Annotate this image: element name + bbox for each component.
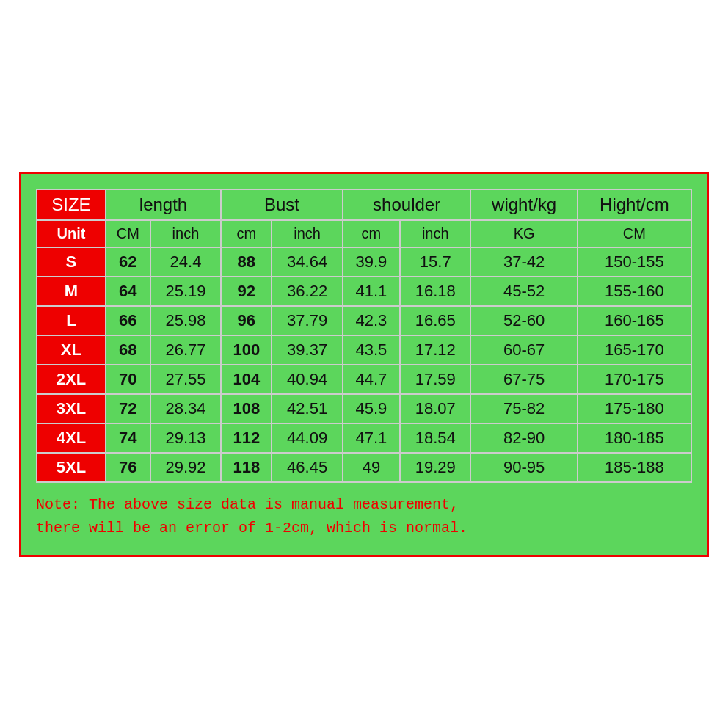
5xl-height: 185-188 — [578, 453, 691, 482]
unit-inch-bust: inch — [272, 220, 342, 247]
2xl-weight: 67-75 — [470, 365, 577, 394]
m-len-in: 25.19 — [150, 277, 221, 306]
xl-len-in: 26.77 — [150, 335, 221, 365]
length-header: length — [106, 189, 221, 220]
unit-kg: KG — [470, 220, 577, 247]
header-row: SIZE length Bust shoulder wight/kg Hight… — [37, 189, 691, 220]
table-row: S 62 24.4 88 34.64 39.9 15.7 37-42 150-1… — [37, 247, 691, 277]
3xl-bust-in: 42.51 — [272, 394, 342, 423]
size-chart-container: SIZE length Bust shoulder wight/kg Hight… — [19, 172, 709, 557]
note-line2: there will be an error of 1-2cm, which i… — [36, 520, 467, 536]
5xl-len-in: 29.92 — [150, 453, 221, 482]
unit-inch-sh: inch — [400, 220, 470, 247]
3xl-bust-cm: 108 — [221, 394, 272, 423]
xl-bust-in: 39.37 — [272, 335, 342, 365]
s-weight: 37-42 — [470, 247, 577, 277]
m-len-cm: 64 — [106, 277, 150, 306]
table-row: M 64 25.19 92 36.22 41.1 16.18 45-52 155… — [37, 277, 691, 306]
3xl-height: 175-180 — [578, 394, 691, 423]
3xl-weight: 75-82 — [470, 394, 577, 423]
xl-len-cm: 68 — [106, 335, 150, 365]
size-table: SIZE length Bust shoulder wight/kg Hight… — [36, 189, 692, 483]
unit-cm-sh: cm — [343, 220, 400, 247]
m-weight: 45-52 — [470, 277, 577, 306]
xl-height: 165-170 — [578, 335, 691, 365]
size-l: L — [37, 306, 106, 335]
s-height: 150-155 — [578, 247, 691, 277]
table-row: 2XL 70 27.55 104 40.94 44.7 17.59 67-75 … — [37, 365, 691, 394]
s-sh-in: 15.7 — [400, 247, 470, 277]
3xl-len-in: 28.34 — [150, 394, 221, 423]
size-s: S — [37, 247, 106, 277]
size-5xl: 5XL — [37, 453, 106, 482]
xl-bust-cm: 100 — [221, 335, 272, 365]
3xl-sh-in: 18.07 — [400, 394, 470, 423]
unit-cm-h: CM — [578, 220, 691, 247]
size-header: SIZE — [37, 189, 106, 220]
size-4xl: 4XL — [37, 423, 106, 453]
l-height: 160-165 — [578, 306, 691, 335]
l-sh-cm: 42.3 — [343, 306, 400, 335]
table-row: L 66 25.98 96 37.79 42.3 16.65 52-60 160… — [37, 306, 691, 335]
2xl-len-cm: 70 — [106, 365, 150, 394]
2xl-sh-in: 17.59 — [400, 365, 470, 394]
2xl-bust-in: 40.94 — [272, 365, 342, 394]
unit-cm-bust: cm — [221, 220, 272, 247]
height-header: Hight/cm — [578, 189, 691, 220]
5xl-sh-in: 19.29 — [400, 453, 470, 482]
2xl-sh-cm: 44.7 — [343, 365, 400, 394]
xl-weight: 60-67 — [470, 335, 577, 365]
size-m: M — [37, 277, 106, 306]
unit-inch-len: inch — [150, 220, 221, 247]
xl-sh-in: 17.12 — [400, 335, 470, 365]
unit-row: Unit CM inch cm inch cm inch KG CM — [37, 220, 691, 247]
5xl-bust-in: 46.45 — [272, 453, 342, 482]
l-bust-cm: 96 — [221, 306, 272, 335]
2xl-bust-cm: 104 — [221, 365, 272, 394]
note-text: Note: The above size data is manual meas… — [36, 493, 692, 540]
4xl-len-cm: 74 — [106, 423, 150, 453]
m-height: 155-160 — [578, 277, 691, 306]
size-3xl: 3XL — [37, 394, 106, 423]
2xl-height: 170-175 — [578, 365, 691, 394]
l-len-in: 25.98 — [150, 306, 221, 335]
3xl-len-cm: 72 — [106, 394, 150, 423]
l-bust-in: 37.79 — [272, 306, 342, 335]
l-weight: 52-60 — [470, 306, 577, 335]
s-bust-in: 34.64 — [272, 247, 342, 277]
size-2xl: 2XL — [37, 365, 106, 394]
unit-label: Unit — [37, 220, 106, 247]
table-row: XL 68 26.77 100 39.37 43.5 17.12 60-67 1… — [37, 335, 691, 365]
m-sh-in: 16.18 — [400, 277, 470, 306]
5xl-weight: 90-95 — [470, 453, 577, 482]
size-xl: XL — [37, 335, 106, 365]
5xl-sh-cm: 49 — [343, 453, 400, 482]
m-bust-in: 36.22 — [272, 277, 342, 306]
s-len-cm: 62 — [106, 247, 150, 277]
shoulder-header: shoulder — [343, 189, 471, 220]
note-line1: Note: The above size data is manual meas… — [36, 496, 459, 513]
4xl-bust-cm: 112 — [221, 423, 272, 453]
table-row: 5XL 76 29.92 118 46.45 49 19.29 90-95 18… — [37, 453, 691, 482]
weight-header: wight/kg — [470, 189, 577, 220]
4xl-sh-cm: 47.1 — [343, 423, 400, 453]
5xl-len-cm: 76 — [106, 453, 150, 482]
l-sh-in: 16.65 — [400, 306, 470, 335]
2xl-len-in: 27.55 — [150, 365, 221, 394]
4xl-height: 180-185 — [578, 423, 691, 453]
5xl-bust-cm: 118 — [221, 453, 272, 482]
xl-sh-cm: 43.5 — [343, 335, 400, 365]
s-sh-cm: 39.9 — [343, 247, 400, 277]
s-len-in: 24.4 — [150, 247, 221, 277]
table-row: 3XL 72 28.34 108 42.51 45.9 18.07 75-82 … — [37, 394, 691, 423]
table-row: 4XL 74 29.13 112 44.09 47.1 18.54 82-90 … — [37, 423, 691, 453]
4xl-bust-in: 44.09 — [272, 423, 342, 453]
bust-header: Bust — [221, 189, 343, 220]
m-sh-cm: 41.1 — [343, 277, 400, 306]
3xl-sh-cm: 45.9 — [343, 394, 400, 423]
s-bust-cm: 88 — [221, 247, 272, 277]
4xl-sh-in: 18.54 — [400, 423, 470, 453]
unit-cm-len: CM — [106, 220, 150, 247]
4xl-len-in: 29.13 — [150, 423, 221, 453]
l-len-cm: 66 — [106, 306, 150, 335]
